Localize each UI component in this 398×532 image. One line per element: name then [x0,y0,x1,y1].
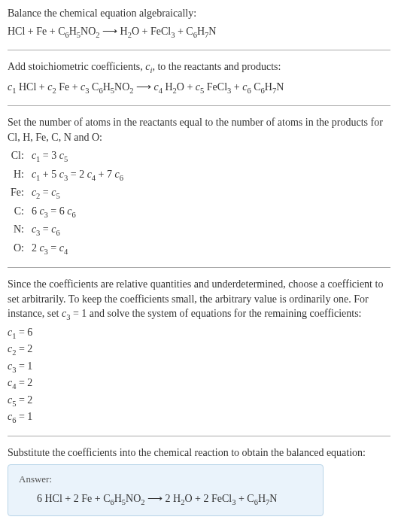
element-equation: c1 + 5 c3 = 2 c4 + 7 c6 [29,166,126,184]
unbalanced-equation: HCl + Fe + C6H5NO2 ⟶ H2O + FeCl3 + C6H7N [8,24,390,41]
add-coef-intro: Add stoichiometric coefficients, ci, to … [8,59,390,76]
coef-value: c3 = 1 [8,359,390,375]
atom-balance-table: Cl:c1 = 3 c5H:c1 + 5 c3 = 2 c4 + 7 c6Fe:… [8,147,126,258]
section-solve-coefs: Since the coefficients are relative quan… [8,277,390,427]
element-equation: 2 c3 = c4 [29,240,126,258]
element-label: H: [8,166,29,184]
coef-list: c1 = 6c2 = 2c3 = 1c4 = 2c5 = 2c6 = 1 [8,325,390,427]
answer-box: Answer: 6 HCl + 2 Fe + C6H5NO2 ⟶ 2 H2O +… [8,464,324,516]
coef-value: c4 = 2 [8,375,390,392]
element-equation: c2 = c5 [29,184,126,202]
table-row: Fe:c2 = c5 [8,184,126,202]
element-label: Cl: [8,147,29,166]
element-label: Fe: [8,184,29,202]
section-substitute: Substitute the coefficients into the che… [8,445,390,516]
section-balance-intro: Balance the chemical equation algebraica… [8,6,390,41]
atom-balance-intro: Set the number of atoms in the reactants… [8,115,390,144]
balance-intro-text: Balance the chemical equation algebraica… [8,6,390,21]
table-row: Cl:c1 = 3 c5 [8,147,126,166]
table-row: H:c1 + 5 c3 = 2 c4 + 7 c6 [8,166,126,184]
section-add-coefficients: Add stoichiometric coefficients, ci, to … [8,59,390,96]
solve-intro: Since the coefficients are relative quan… [8,277,390,324]
divider [8,436,390,436]
coef-value: c6 = 1 [8,409,390,426]
table-row: N:c3 = c6 [8,221,126,239]
coef-value: c1 = 6 [8,325,390,342]
divider [8,267,390,268]
element-label: C: [8,203,29,221]
coef-value: c5 = 2 [8,393,390,409]
divider [8,50,390,50]
table-row: O:2 c3 = c4 [8,240,126,258]
element-label: O: [8,240,29,258]
element-label: N: [8,221,29,239]
element-equation: 6 c3 = 6 c6 [29,203,126,221]
answer-label: Answer: [19,473,312,486]
coef-equation: c1 HCl + c2 Fe + c3 C6H5NO2 ⟶ c4 H2O + c… [8,80,390,96]
table-row: C:6 c3 = 6 c6 [8,203,126,221]
element-equation: c3 = c6 [29,221,126,239]
divider [8,105,390,106]
substitute-intro: Substitute the coefficients into the che… [8,445,390,461]
element-equation: c1 = 3 c5 [29,147,126,166]
coef-value: c2 = 2 [8,342,390,358]
section-atom-balance: Set the number of atoms in the reactants… [8,115,390,258]
balanced-equation: 6 HCl + 2 Fe + C6H5NO2 ⟶ 2 H2O + 2 FeCl3… [19,491,312,508]
